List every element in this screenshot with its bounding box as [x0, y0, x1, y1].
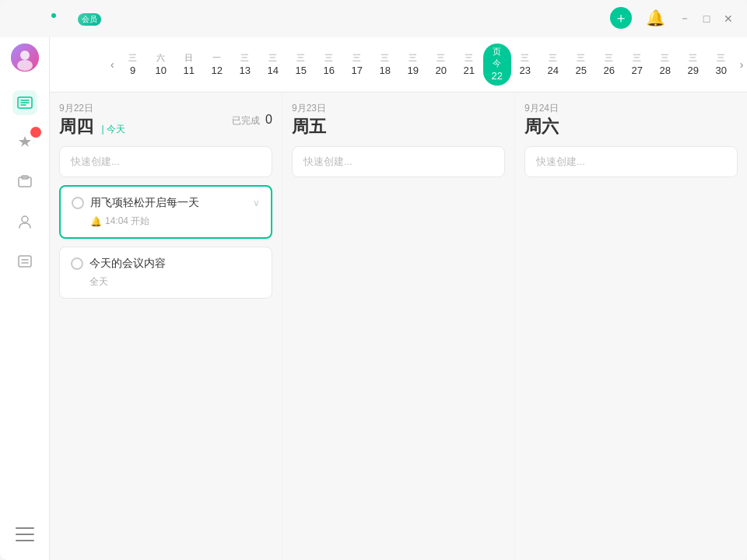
app-window: 会员 ＋ 🔔 － □ ✕ [0, 0, 747, 560]
day-column-0: 9月22日 周四 | 今天 已完成 0 快速创建... 用飞项轻松开启每一天 ∨… [50, 93, 282, 560]
cal-day-28[interactable]: 三 28 [651, 50, 679, 80]
task-title-task2: 今天的会议内容 [89, 257, 261, 271]
create-icon: ＋ [610, 7, 632, 29]
sidebar-item-tasks[interactable] [0, 84, 49, 124]
cal-day-9[interactable]: 三 9 [119, 50, 147, 80]
calendar-strip: ‹ 三 9 六 10 日 11 一 12 三 13 三 14 三 15 三 16… [50, 37, 747, 93]
bell-icon: 🔔 [644, 7, 666, 29]
task-title-task1: 用飞项轻松开启每一天 [90, 196, 247, 210]
nav-bar: 会员 [12, 10, 610, 28]
schedule-dot [51, 13, 56, 18]
sidebar-item-discuss[interactable] [0, 124, 49, 163]
day-header-1: 9月23日 周五 [292, 102, 505, 138]
project-icon [12, 170, 37, 194]
cal-day-15[interactable]: 三 15 [287, 50, 315, 80]
task-card-task2[interactable]: 今天的会议内容 全天 [59, 247, 272, 299]
window-controls: － □ ✕ [679, 12, 735, 25]
schedule-area: 9月22日 周四 | 今天 已完成 0 快速创建... 用飞项轻松开启每一天 ∨… [50, 93, 747, 560]
cal-day-29[interactable]: 三 29 [679, 50, 707, 80]
quick-create-1[interactable]: 快速创建... [292, 146, 505, 177]
cal-day-30[interactable]: 三 30 [707, 50, 735, 80]
title-actions: ＋ 🔔 [610, 7, 666, 30]
svg-point-2 [17, 60, 33, 71]
nav-schedule[interactable] [50, 10, 56, 28]
cal-day-21[interactable]: 三 21 [455, 50, 483, 80]
discuss-badge [30, 127, 41, 138]
main-area: ‹ 三 9 六 10 日 11 一 12 三 13 三 14 三 15 三 16… [0, 37, 747, 560]
day-header-0: 9月22日 周四 | 今天 已完成 0 [59, 102, 272, 138]
cal-day-25[interactable]: 三 25 [567, 50, 595, 80]
svg-rect-11 [19, 256, 31, 267]
task-bell-icon: 🔔 [90, 216, 102, 227]
task-meta-task1: 🔔 14:04 开始 [90, 215, 260, 228]
cal-next[interactable]: › [735, 58, 747, 71]
cal-day-23[interactable]: 三 23 [511, 50, 539, 80]
cal-day-27[interactable]: 三 27 [623, 50, 651, 80]
files-icon [12, 249, 37, 274]
task-checkbox-task2[interactable] [71, 257, 83, 270]
svg-point-1 [20, 51, 30, 60]
cal-day-11[interactable]: 日 11 [175, 50, 203, 80]
sidebar [0, 37, 50, 560]
create-button[interactable]: ＋ [610, 7, 632, 30]
close-button[interactable]: ✕ [722, 12, 735, 25]
task-card-task1[interactable]: 用飞项轻松开启每一天 ∨ 🔔 14:04 开始 [59, 185, 272, 239]
sidebar-item-files[interactable] [0, 243, 49, 282]
cal-day-18[interactable]: 三 18 [371, 50, 399, 80]
cal-day-22[interactable]: 页今 22 [483, 44, 511, 86]
vip-badge: 会员 [78, 13, 101, 26]
cal-day-24[interactable]: 三 24 [539, 50, 567, 80]
cal-day-20[interactable]: 三 20 [427, 50, 455, 80]
svg-point-10 [22, 216, 28, 222]
task-expand-icon[interactable]: ∨ [253, 198, 260, 208]
nav-calendar[interactable]: 会员 [75, 12, 101, 25]
cal-day-10[interactable]: 六 10 [147, 50, 175, 80]
task-checkbox-task1[interactable] [72, 197, 84, 209]
svg-marker-7 [19, 136, 31, 147]
remind-button[interactable]: 🔔 [644, 7, 666, 30]
tasks-icon [12, 90, 37, 115]
quick-create-0[interactable]: 快速创建... [59, 146, 272, 177]
sidebar-item-collab[interactable] [0, 203, 49, 243]
day-column-1: 9月23日 周五 快速创建... [282, 93, 514, 560]
task-time-task1: 14:04 开始 [105, 215, 149, 228]
cal-day-26[interactable]: 三 26 [595, 50, 623, 80]
sidebar-bottom [16, 527, 34, 554]
cal-day-16[interactable]: 三 16 [315, 50, 343, 80]
cal-day-19[interactable]: 三 19 [399, 50, 427, 80]
cal-day-17[interactable]: 三 17 [343, 50, 371, 80]
collab-icon [12, 209, 37, 234]
task-meta-task2: 全天 [89, 275, 261, 289]
sidebar-item-project[interactable] [0, 163, 49, 203]
minimize-button[interactable]: － [679, 12, 691, 25]
calendar-days: 三 9 六 10 日 11 一 12 三 13 三 14 三 15 三 16 三… [119, 44, 735, 86]
cal-day-13[interactable]: 三 13 [231, 50, 259, 80]
cal-prev[interactable]: ‹ [106, 58, 119, 71]
day-column-2: 9月24日 周六 快速创建... [515, 93, 747, 560]
cal-day-12[interactable]: 一 12 [203, 50, 231, 80]
menu-button[interactable] [16, 527, 34, 541]
day-header-2: 9月24日 周六 [524, 102, 738, 138]
task-time-task2: 全天 [89, 275, 108, 289]
content-area: ‹ 三 9 六 10 日 11 一 12 三 13 三 14 三 15 三 16… [50, 37, 747, 560]
avatar[interactable] [11, 44, 39, 72]
cal-day-14[interactable]: 三 14 [259, 50, 287, 80]
quick-create-2[interactable]: 快速创建... [524, 146, 738, 177]
maximize-button[interactable]: □ [700, 12, 713, 25]
title-bar: 会员 ＋ 🔔 － □ ✕ [0, 0, 747, 37]
